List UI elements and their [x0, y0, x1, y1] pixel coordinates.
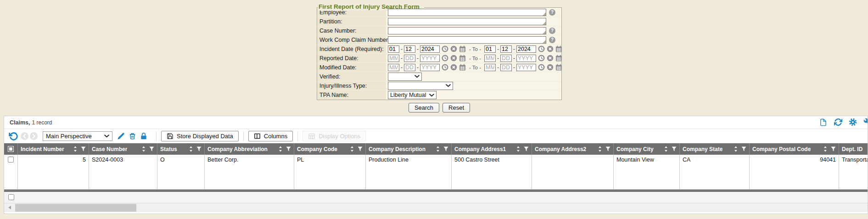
undo-icon[interactable]	[9, 132, 18, 141]
tpa-select[interactable]: Liberty Mutual	[388, 91, 437, 99]
sort-icon[interactable]	[594, 146, 602, 152]
column-header-company-description[interactable]: Company Description	[366, 143, 452, 155]
sort-icon[interactable]	[819, 146, 828, 152]
calendar-icon[interactable]	[555, 45, 562, 52]
filter-icon[interactable]	[524, 146, 529, 152]
sort-icon[interactable]	[185, 146, 193, 152]
clear-icon[interactable]	[450, 45, 457, 52]
edit-perspective-icon[interactable]	[117, 132, 125, 140]
sort-icon[interactable]	[346, 146, 354, 152]
select-all-checkbox[interactable]	[8, 146, 14, 152]
clear-icon[interactable]	[450, 64, 457, 71]
column-header-company-abbreviation[interactable]: Company Abbreviation	[205, 143, 294, 155]
column-header-incident-number[interactable]: Incident Number	[18, 143, 89, 155]
perspective-select[interactable]: Main Perspective	[43, 131, 112, 141]
clock-icon[interactable]	[538, 55, 545, 62]
filter-icon[interactable]	[286, 146, 291, 152]
column-header-company-address1[interactable]: Company Address1	[452, 143, 532, 155]
columns-button[interactable]: Columns	[248, 131, 293, 141]
case-number-input[interactable]	[388, 27, 546, 34]
lock-perspective-icon[interactable]	[140, 132, 147, 140]
date-yyyy-input[interactable]	[420, 64, 440, 71]
verified-select[interactable]	[388, 73, 422, 81]
date-dd-input[interactable]	[404, 64, 415, 71]
date-dd-input[interactable]	[500, 55, 512, 62]
date-mm-input[interactable]	[388, 64, 399, 71]
help-icon[interactable]: ?	[549, 37, 555, 43]
filter-icon[interactable]	[196, 146, 202, 152]
search-button[interactable]: Search	[409, 103, 439, 112]
date-yyyy-input[interactable]	[420, 45, 440, 53]
date-mm-input[interactable]	[388, 45, 399, 53]
date-dd-input[interactable]	[404, 45, 415, 53]
delete-perspective-icon[interactable]	[129, 132, 136, 140]
work-comp-input[interactable]	[388, 36, 546, 44]
partition-input[interactable]	[388, 18, 546, 25]
filter-icon[interactable]	[605, 146, 610, 152]
date-yyyy-input[interactable]	[516, 55, 536, 62]
table-row[interactable]: 5S2024-0003OBetter Corp.PLProduction Lin…	[4, 155, 868, 190]
calendar-icon[interactable]	[555, 55, 562, 62]
new-page-icon[interactable]	[819, 118, 828, 127]
column-header-company-state[interactable]: Company State	[680, 143, 750, 155]
date-dd-input[interactable]	[500, 45, 512, 53]
calendar-icon[interactable]	[459, 64, 466, 71]
gear-icon[interactable]	[849, 118, 857, 127]
scrollbar-thumb[interactable]	[15, 204, 136, 212]
calendar-icon[interactable]	[555, 64, 562, 71]
date-yyyy-input[interactable]	[516, 45, 536, 53]
clock-icon[interactable]	[442, 45, 448, 52]
clock-icon[interactable]	[538, 45, 545, 52]
clear-icon[interactable]	[547, 64, 554, 71]
clear-icon[interactable]	[450, 55, 457, 62]
sort-icon[interactable]	[69, 146, 78, 152]
date-yyyy-input[interactable]	[420, 55, 440, 62]
refresh-icon[interactable]	[834, 118, 842, 127]
column-header-status[interactable]: Status	[157, 143, 205, 155]
sort-icon[interactable]	[274, 146, 283, 152]
calendar-icon[interactable]	[459, 55, 466, 62]
date-yyyy-input[interactable]	[516, 64, 536, 71]
help-icon[interactable]: ?	[549, 28, 555, 34]
clock-icon[interactable]	[538, 64, 545, 71]
clear-icon[interactable]	[547, 45, 554, 52]
date-dd-input[interactable]	[500, 64, 512, 71]
sort-icon[interactable]	[138, 146, 146, 152]
column-header-company-address2[interactable]: Company Address2	[532, 143, 614, 155]
date-mm-input[interactable]	[484, 64, 496, 71]
date-mm-input[interactable]	[484, 55, 496, 62]
reset-button[interactable]: Reset	[442, 103, 470, 112]
calendar-icon[interactable]	[459, 45, 466, 52]
horizontal-scrollbar[interactable]	[4, 203, 868, 212]
filter-icon[interactable]	[831, 146, 836, 152]
filter-icon[interactable]	[81, 146, 86, 152]
row-checkbox-cell[interactable]	[4, 155, 18, 189]
column-header-dept-id[interactable]: Dept. ID	[839, 143, 868, 155]
clear-icon[interactable]	[547, 55, 554, 62]
row-checkbox[interactable]	[8, 157, 14, 163]
injury-type-select[interactable]	[388, 82, 453, 90]
filter-icon[interactable]	[741, 146, 746, 152]
column-header-company-code[interactable]: Company Code	[294, 143, 366, 155]
help-icon[interactable]: ?	[549, 9, 555, 16]
select-all-checkbox-cell[interactable]	[4, 143, 18, 155]
scroll-left-arrow[interactable]	[8, 206, 11, 209]
date-dd-input[interactable]	[404, 55, 415, 62]
filter-icon[interactable]	[149, 146, 154, 152]
sort-icon[interactable]	[660, 146, 668, 152]
employee-input[interactable]	[388, 9, 546, 16]
footer-checkbox[interactable]	[8, 194, 14, 200]
sort-icon[interactable]	[512, 146, 521, 152]
column-header-company-city[interactable]: Company City	[614, 143, 680, 155]
clock-icon[interactable]	[442, 64, 448, 71]
filter-icon[interactable]	[443, 146, 448, 152]
wrench-icon[interactable]	[863, 118, 868, 127]
sort-icon[interactable]	[432, 146, 440, 152]
filter-icon[interactable]	[358, 146, 363, 152]
clock-icon[interactable]	[442, 55, 448, 62]
column-header-case-number[interactable]: Case Number	[89, 143, 157, 155]
filter-icon[interactable]	[672, 146, 677, 152]
store-displayed-data-button[interactable]: Store Displayed Data	[161, 131, 239, 141]
date-mm-input[interactable]	[388, 55, 399, 62]
sort-icon[interactable]	[730, 146, 738, 152]
